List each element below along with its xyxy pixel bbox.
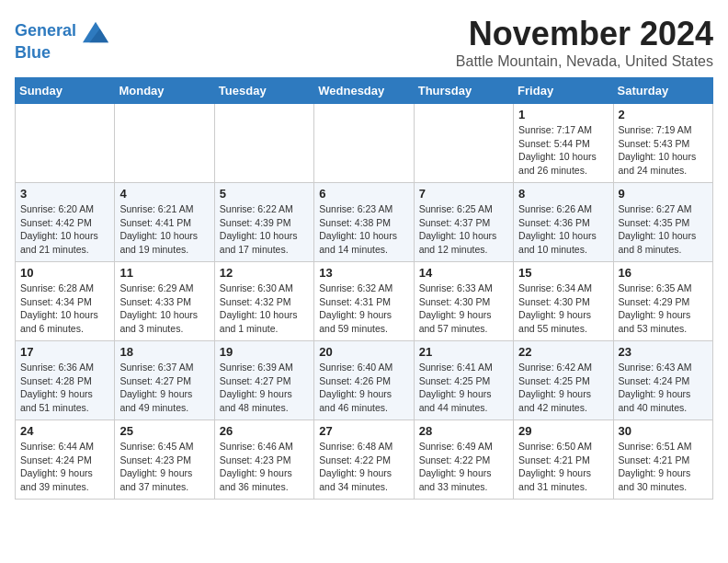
day-number: 9: [619, 187, 708, 201]
day-number: 16: [619, 266, 708, 280]
calendar-cell: 21Sunrise: 6:41 AM Sunset: 4:25 PM Dayli…: [414, 341, 513, 420]
day-info: Sunrise: 6:50 AM Sunset: 4:21 PM Dayligh…: [518, 440, 608, 494]
week-row-3: 10Sunrise: 6:28 AM Sunset: 4:34 PM Dayli…: [16, 262, 713, 341]
calendar-cell: 27Sunrise: 6:48 AM Sunset: 4:22 PM Dayli…: [314, 420, 414, 500]
day-number: 4: [119, 187, 209, 201]
day-info: Sunrise: 6:51 AM Sunset: 4:21 PM Dayligh…: [619, 440, 708, 494]
calendar-cell: 22Sunrise: 6:42 AM Sunset: 4:25 PM Dayli…: [514, 341, 613, 420]
day-number: 14: [419, 266, 508, 280]
calendar-cell: 20Sunrise: 6:40 AM Sunset: 4:26 PM Dayli…: [314, 341, 414, 420]
calendar-cell: 25Sunrise: 6:45 AM Sunset: 4:23 PM Dayli…: [115, 420, 214, 500]
calendar-cell: 29Sunrise: 6:50 AM Sunset: 4:21 PM Dayli…: [514, 420, 613, 500]
day-number: 15: [518, 266, 608, 280]
calendar-cell: 28Sunrise: 6:49 AM Sunset: 4:22 PM Dayli…: [414, 420, 513, 500]
calendar-cell: 24Sunrise: 6:44 AM Sunset: 4:24 PM Dayli…: [16, 420, 115, 500]
day-number: 30: [619, 424, 708, 438]
day-number: 12: [220, 266, 309, 280]
calendar-cell: 18Sunrise: 6:37 AM Sunset: 4:27 PM Dayli…: [115, 341, 214, 420]
logo: General Blue: [15, 18, 108, 63]
day-info: Sunrise: 6:36 AM Sunset: 4:28 PM Dayligh…: [20, 361, 109, 415]
day-number: 3: [20, 187, 109, 201]
weekday-header-row: SundayMondayTuesdayWednesdayThursdayFrid…: [16, 78, 713, 104]
day-info: Sunrise: 6:21 AM Sunset: 4:41 PM Dayligh…: [119, 202, 209, 257]
day-number: 10: [20, 266, 109, 280]
calendar-body: 1Sunrise: 7:17 AM Sunset: 5:44 PM Daylig…: [16, 104, 713, 500]
week-row-5: 24Sunrise: 6:44 AM Sunset: 4:24 PM Dayli…: [16, 420, 713, 500]
calendar-cell: 16Sunrise: 6:35 AM Sunset: 4:29 PM Dayli…: [613, 262, 712, 341]
calendar-cell: 8Sunrise: 6:26 AM Sunset: 4:36 PM Daylig…: [514, 183, 613, 262]
day-number: 28: [419, 424, 508, 438]
day-info: Sunrise: 6:26 AM Sunset: 4:36 PM Dayligh…: [518, 202, 608, 257]
calendar-cell: [414, 104, 513, 183]
weekday-header-wednesday: Wednesday: [314, 78, 414, 104]
day-info: Sunrise: 6:46 AM Sunset: 4:23 PM Dayligh…: [220, 440, 309, 494]
weekday-header-thursday: Thursday: [414, 78, 513, 104]
page-header: General Blue November 2024 Battle Mounta…: [15, 15, 713, 70]
day-info: Sunrise: 6:20 AM Sunset: 4:42 PM Dayligh…: [20, 202, 109, 257]
day-number: 13: [319, 266, 408, 280]
day-number: 20: [319, 345, 408, 359]
day-info: Sunrise: 6:48 AM Sunset: 4:22 PM Dayligh…: [319, 440, 408, 494]
day-number: 2: [619, 108, 708, 121]
day-info: Sunrise: 6:25 AM Sunset: 4:37 PM Dayligh…: [419, 202, 508, 257]
calendar-cell: 2Sunrise: 7:19 AM Sunset: 5:43 PM Daylig…: [613, 104, 712, 183]
day-info: Sunrise: 6:27 AM Sunset: 4:35 PM Dayligh…: [619, 202, 708, 257]
day-number: 21: [419, 345, 508, 359]
day-info: Sunrise: 6:44 AM Sunset: 4:24 PM Dayligh…: [20, 440, 109, 494]
day-info: Sunrise: 6:37 AM Sunset: 4:27 PM Dayligh…: [119, 361, 209, 415]
weekday-header-friday: Friday: [514, 78, 613, 104]
day-number: 5: [220, 187, 309, 201]
calendar-cell: 6Sunrise: 6:23 AM Sunset: 4:38 PM Daylig…: [314, 183, 414, 262]
day-number: 17: [20, 345, 109, 359]
calendar-cell: 13Sunrise: 6:32 AM Sunset: 4:31 PM Dayli…: [314, 262, 414, 341]
day-number: 24: [20, 424, 109, 438]
calendar-table: SundayMondayTuesdayWednesdayThursdayFrid…: [15, 77, 713, 500]
day-info: Sunrise: 6:30 AM Sunset: 4:32 PM Dayligh…: [220, 282, 309, 336]
week-row-1: 1Sunrise: 7:17 AM Sunset: 5:44 PM Daylig…: [16, 104, 713, 183]
day-info: Sunrise: 6:39 AM Sunset: 4:27 PM Dayligh…: [220, 361, 309, 415]
calendar-cell: 14Sunrise: 6:33 AM Sunset: 4:30 PM Dayli…: [414, 262, 513, 341]
day-number: 25: [119, 424, 209, 438]
day-info: Sunrise: 7:17 AM Sunset: 5:44 PM Dayligh…: [518, 123, 608, 178]
calendar-cell: [214, 104, 313, 183]
month-title: November 2024: [456, 15, 713, 53]
day-info: Sunrise: 6:34 AM Sunset: 4:30 PM Dayligh…: [518, 282, 608, 336]
day-info: Sunrise: 6:40 AM Sunset: 4:26 PM Dayligh…: [319, 361, 408, 415]
day-number: 1: [518, 108, 608, 121]
logo-general: General: [15, 21, 76, 40]
day-info: Sunrise: 6:43 AM Sunset: 4:24 PM Dayligh…: [619, 361, 708, 415]
day-info: Sunrise: 6:28 AM Sunset: 4:34 PM Dayligh…: [20, 282, 109, 336]
calendar-cell: 10Sunrise: 6:28 AM Sunset: 4:34 PM Dayli…: [16, 262, 115, 341]
day-number: 7: [419, 187, 508, 201]
calendar-cell: 11Sunrise: 6:29 AM Sunset: 4:33 PM Dayli…: [115, 262, 214, 341]
day-number: 23: [619, 345, 708, 359]
calendar-cell: [314, 104, 414, 183]
day-number: 8: [518, 187, 608, 201]
day-number: 11: [119, 266, 209, 280]
calendar-cell: 3Sunrise: 6:20 AM Sunset: 4:42 PM Daylig…: [16, 183, 115, 262]
day-number: 6: [319, 187, 408, 201]
calendar-cell: [16, 104, 115, 183]
calendar-cell: 23Sunrise: 6:43 AM Sunset: 4:24 PM Dayli…: [613, 341, 712, 420]
weekday-header-tuesday: Tuesday: [214, 78, 313, 104]
day-info: Sunrise: 6:29 AM Sunset: 4:33 PM Dayligh…: [119, 282, 209, 336]
day-number: 22: [518, 345, 608, 359]
calendar-cell: 4Sunrise: 6:21 AM Sunset: 4:41 PM Daylig…: [115, 183, 214, 262]
day-info: Sunrise: 7:19 AM Sunset: 5:43 PM Dayligh…: [619, 123, 708, 178]
day-info: Sunrise: 6:22 AM Sunset: 4:39 PM Dayligh…: [220, 202, 309, 257]
day-number: 19: [220, 345, 309, 359]
weekday-header-sunday: Sunday: [16, 78, 115, 104]
week-row-4: 17Sunrise: 6:36 AM Sunset: 4:28 PM Dayli…: [16, 341, 713, 420]
day-info: Sunrise: 6:33 AM Sunset: 4:30 PM Dayligh…: [419, 282, 508, 336]
day-info: Sunrise: 6:32 AM Sunset: 4:31 PM Dayligh…: [319, 282, 408, 336]
calendar-cell: 12Sunrise: 6:30 AM Sunset: 4:32 PM Dayli…: [214, 262, 313, 341]
title-block: November 2024 Battle Mountain, Nevada, U…: [456, 15, 713, 70]
calendar-cell: 15Sunrise: 6:34 AM Sunset: 4:30 PM Dayli…: [514, 262, 613, 341]
calendar-cell: 5Sunrise: 6:22 AM Sunset: 4:39 PM Daylig…: [214, 183, 313, 262]
day-number: 27: [319, 424, 408, 438]
calendar-cell: 7Sunrise: 6:25 AM Sunset: 4:37 PM Daylig…: [414, 183, 513, 262]
weekday-header-monday: Monday: [115, 78, 214, 104]
calendar-cell: 9Sunrise: 6:27 AM Sunset: 4:35 PM Daylig…: [613, 183, 712, 262]
calendar-cell: 26Sunrise: 6:46 AM Sunset: 4:23 PM Dayli…: [214, 420, 313, 500]
day-info: Sunrise: 6:42 AM Sunset: 4:25 PM Dayligh…: [518, 361, 608, 415]
